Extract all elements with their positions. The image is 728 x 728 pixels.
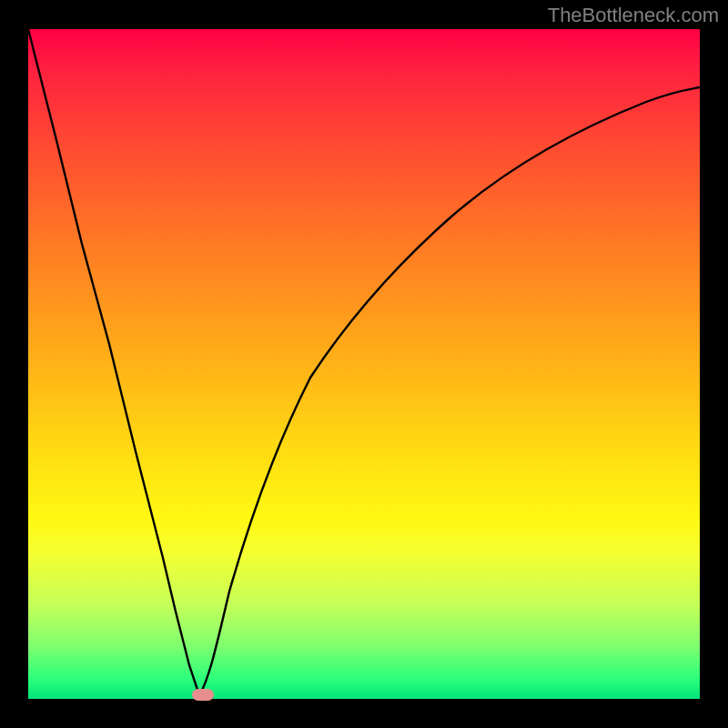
watermark-text: TheBottleneck.com [548, 4, 719, 27]
bottleneck-curve [28, 29, 700, 699]
plot-area [28, 29, 700, 699]
minimum-marker [192, 689, 214, 701]
chart-frame: TheBottleneck.com [0, 0, 728, 728]
